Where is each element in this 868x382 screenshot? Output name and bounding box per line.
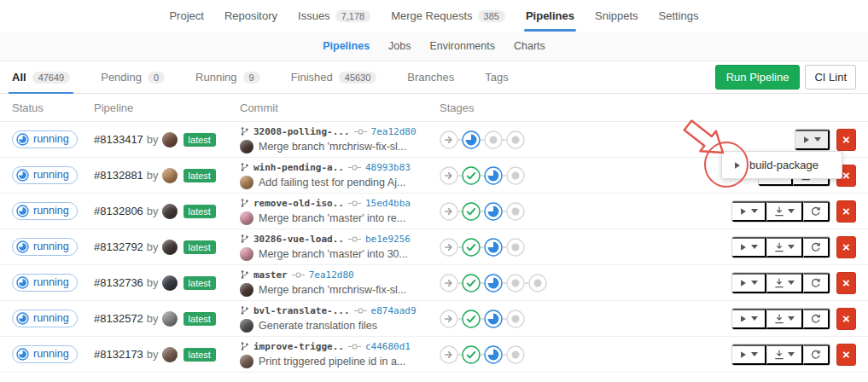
artifacts-download-dropdown-button[interactable] (766, 344, 803, 365)
cancel-pipeline-button[interactable]: × (836, 200, 856, 223)
stage-icon-skipped[interactable] (440, 202, 458, 221)
stage-icon-running[interactable] (484, 274, 503, 292)
pipeline-id-link[interactable]: #8132736 (94, 276, 143, 289)
status-badge-running[interactable]: running (12, 345, 78, 363)
stage-icon-skipped[interactable] (440, 310, 458, 328)
commit-message-link[interactable]: Merge branch 'mrchrisw-fix-sl... (259, 141, 406, 153)
user-avatar[interactable] (162, 240, 178, 255)
cancel-pipeline-button[interactable]: × (836, 236, 856, 258)
stage-icon-created[interactable] (506, 166, 525, 185)
commit-message-link[interactable]: Merge branch 'mrchrisw-fix-sl... (259, 284, 406, 296)
stage-icon-passed[interactable] (462, 166, 481, 185)
nav-item-project[interactable]: Project (159, 0, 213, 32)
latest-badge[interactable]: latest (184, 205, 216, 218)
user-avatar[interactable] (162, 204, 178, 219)
status-badge-running[interactable]: running (12, 238, 78, 256)
commit-author-avatar[interactable] (240, 176, 253, 189)
stage-icon-created[interactable] (484, 130, 503, 149)
stage-icon-created[interactable] (506, 345, 525, 364)
branch-name-link[interactable]: remove-old-iso.. (253, 198, 344, 209)
status-badge-running[interactable]: running (12, 274, 78, 292)
play-dropdown-button[interactable] (732, 237, 766, 258)
retry-pipeline-button[interactable] (803, 309, 830, 329)
run-pipeline-button[interactable]: Run Pipeline (715, 65, 801, 90)
tab-finished[interactable]: Finished45630 (291, 61, 377, 93)
commit-message-link[interactable]: Print triggered pipeline id in a... (259, 356, 405, 368)
tab-running[interactable]: Running9 (195, 61, 260, 93)
stage-icon-running[interactable] (484, 202, 503, 221)
play-dropdown-button[interactable] (732, 201, 766, 222)
latest-badge[interactable]: latest (184, 312, 216, 326)
stage-icon-created[interactable] (506, 238, 525, 257)
branch-name-link[interactable]: winh-pending-a.. (253, 162, 344, 173)
status-badge-running[interactable]: running (12, 130, 78, 148)
retry-pipeline-button[interactable] (803, 273, 830, 293)
commit-author-avatar[interactable] (240, 355, 253, 368)
latest-badge[interactable]: latest (184, 133, 216, 147)
subnav-item-charts[interactable]: Charts (504, 32, 555, 61)
latest-badge[interactable]: latest (184, 169, 216, 182)
pipeline-id-link[interactable]: #8132792 (94, 240, 143, 253)
nav-item-snippets[interactable]: Snippets (585, 0, 649, 32)
status-badge-running[interactable]: running (12, 310, 78, 327)
subnav-item-jobs[interactable]: Jobs (379, 32, 420, 61)
stage-icon-running[interactable] (484, 310, 503, 328)
latest-badge[interactable]: latest (184, 276, 216, 290)
user-avatar[interactable] (162, 132, 178, 148)
stage-icon-running[interactable] (462, 130, 481, 149)
commit-sha-link[interactable]: c44680d1 (365, 341, 411, 352)
pipeline-id-link[interactable]: #8132806 (94, 205, 143, 217)
artifacts-download-dropdown-button[interactable] (766, 201, 803, 222)
pipeline-id-link[interactable]: #8133417 (94, 133, 143, 146)
cancel-pipeline-button[interactable]: × (836, 308, 856, 330)
stage-icon-skipped[interactable] (440, 166, 458, 185)
stage-icon-passed[interactable] (462, 345, 481, 364)
branch-name-link[interactable]: 30286-vue-load.. (253, 234, 344, 245)
commit-sha-link[interactable]: 48993b83 (365, 162, 411, 173)
commit-author-avatar[interactable] (240, 319, 253, 333)
ci-lint-button[interactable]: CI Lint (805, 65, 856, 90)
stage-icon-passed[interactable] (462, 274, 481, 292)
stage-icon-passed[interactable] (462, 238, 481, 257)
commit-author-avatar[interactable] (240, 247, 253, 261)
commit-message-link[interactable]: Merge branch 'master' into re... (259, 212, 405, 224)
user-avatar[interactable] (162, 168, 178, 183)
commit-sha-link[interactable]: be1e9256 (365, 234, 411, 245)
stage-icon-created[interactable] (506, 310, 525, 328)
stage-icon-running[interactable] (484, 345, 503, 364)
cancel-pipeline-button[interactable]: × (836, 344, 856, 366)
commit-sha-link[interactable]: 7ea12d80 (371, 126, 417, 137)
stage-icon-created[interactable] (506, 202, 525, 221)
stage-icon-running[interactable] (484, 238, 503, 257)
nav-item-merge-requests[interactable]: Merge Requests385 (381, 0, 516, 32)
stage-icon-created[interactable] (506, 274, 525, 292)
commit-author-avatar[interactable] (240, 140, 253, 153)
play-dropdown-button[interactable] (732, 344, 766, 365)
stage-icon-skipped[interactable] (440, 274, 458, 292)
commit-author-avatar[interactable] (240, 283, 253, 297)
stage-icon-skipped[interactable] (440, 345, 458, 364)
pipeline-id-link[interactable]: #8132173 (94, 348, 143, 361)
nav-item-pipelines[interactable]: Pipelines (516, 0, 585, 32)
tab-pending[interactable]: Pending0 (101, 61, 165, 93)
latest-badge[interactable]: latest (184, 348, 216, 362)
commit-sha-link[interactable]: 15ed4bba (365, 198, 411, 209)
tab-branches[interactable]: Branches (407, 61, 454, 93)
nav-item-settings[interactable]: Settings (649, 0, 709, 32)
cancel-pipeline-button[interactable]: × (836, 129, 856, 151)
user-avatar[interactable] (162, 311, 178, 327)
tab-all[interactable]: All47649 (12, 61, 70, 93)
pipeline-id-link[interactable]: #8132572 (94, 312, 143, 325)
dropdown-item-build-package[interactable]: build-package (722, 159, 842, 171)
stage-icon-created[interactable] (506, 130, 525, 149)
tab-tags[interactable]: Tags (485, 61, 508, 93)
commit-message-link[interactable]: Add failing test for pending Aj... (259, 177, 405, 188)
artifacts-download-dropdown-button[interactable] (766, 309, 803, 329)
subnav-item-environments[interactable]: Environments (421, 32, 504, 61)
branch-name-link[interactable]: master (253, 269, 288, 281)
latest-badge[interactable]: latest (184, 240, 216, 254)
branch-name-link[interactable]: bvl-translate-... (253, 305, 350, 316)
stage-icon-skipped[interactable] (440, 238, 458, 257)
user-avatar[interactable] (162, 275, 178, 291)
nav-item-repository[interactable]: Repository (214, 0, 288, 32)
